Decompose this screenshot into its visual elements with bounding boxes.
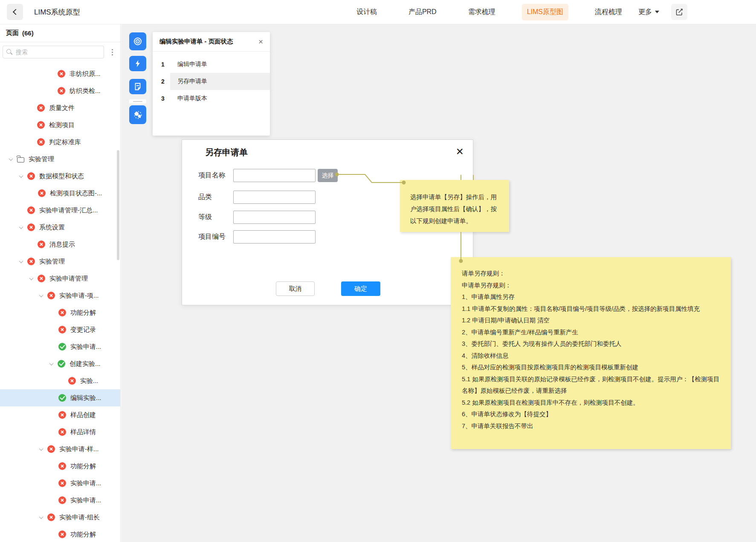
nav-tab[interactable]: 产品PRD [403,4,442,20]
page-states-panel: 编辑实验申请单 - 页面状态 × 1 编辑申请单 2 另存申请单 3 申请单版本 [153,32,270,136]
tree-item[interactable]: 实验... [0,372,120,389]
chevron-down-icon[interactable] [38,448,44,451]
cancel-button[interactable]: 取消 [276,281,315,296]
tree-item-label: 实验... [80,377,98,385]
tree-item[interactable]: 消息提示 [0,236,120,253]
chevron-down-icon[interactable] [18,175,24,178]
tree-item[interactable]: 样品创建 [0,406,120,423]
tree-item[interactable]: 判定标准库 [0,133,120,151]
back-chevron-icon [13,9,19,15]
lightning-icon[interactable] [129,56,146,71]
note-icon[interactable] [129,79,146,94]
tree-item[interactable]: 纺织类检... [0,82,120,99]
tree-item-label: 质量文件 [49,104,75,112]
error-icon [38,241,45,248]
error-icon [37,104,45,112]
chevron-down-icon[interactable] [38,516,44,519]
field-input[interactable] [233,211,316,224]
chevron-down-icon[interactable] [18,226,24,229]
tree-item[interactable]: 实验管理 [0,151,120,168]
tree-item[interactable]: 实验申请管理-汇总... [0,202,120,219]
tree-item[interactable]: 实验管理 [0,253,120,270]
note-text-line: 5.1 如果原检测项目关联的原始记录模板已经作废，则检测项目不创建。提示用户：【… [462,374,720,397]
folder-icon [17,157,24,162]
page-state-number: 3 [161,90,165,107]
error-icon [37,138,45,146]
tree-item[interactable]: 检测项目状态图-... [0,185,120,202]
tree-item-label: 功能分解 [70,309,96,317]
back-button[interactable] [7,4,23,20]
tree-item[interactable]: 检测项目 [0,116,120,133]
annotation-note-rules: 请单另存规则： 申请单另存规则： 1、申请单属性另存 1.1 申请单不复制的属性… [451,257,731,449]
sidebar-menu-button[interactable] [107,46,118,58]
note-text-line: 请单另存规则： [462,268,720,280]
tree-item[interactable]: 实验申请... [0,492,120,509]
tree-item[interactable]: 系统设置 [0,219,120,236]
tree-item[interactable]: 功能分解 [0,458,120,475]
close-icon[interactable]: × [456,145,463,158]
field-label: 项目名称 [198,169,226,182]
chevron-down-icon[interactable] [18,260,24,263]
chevron-down-icon[interactable] [48,362,54,365]
edit-button[interactable] [671,4,687,20]
tree-item[interactable]: 样品详情 [0,423,120,441]
dialog-title: 另存申请单 [205,147,248,158]
field-input[interactable] [233,191,316,204]
tree-item-label: 数据模型和状态 [39,172,84,180]
more-menu-button[interactable]: 更多 [638,8,659,17]
target-icon[interactable] [129,32,146,50]
pages-count: (66) [22,29,34,37]
canvas-toolbar [129,32,146,124]
close-icon[interactable]: × [258,38,263,46]
success-icon [58,394,66,402]
confirm-button[interactable]: 确定 [341,281,380,296]
error-icon [27,172,35,180]
tree-item[interactable]: 质量文件 [0,99,120,116]
note-text-line: 6、申请单状态修改为【待提交】 [462,409,720,420]
sidebar-scrollbar[interactable] [117,150,119,260]
nav-tab[interactable]: 需求梳理 [463,4,501,20]
field-input[interactable] [233,230,316,243]
nav-tab[interactable]: LIMS原型图 [522,4,568,20]
tree-item[interactable]: 变更记录 [0,321,120,338]
tree-item[interactable]: 功能分解 [0,526,120,542]
tree-item-label: 实验申请... [70,479,101,487]
page-state-label: 申请单版本 [177,90,207,107]
nav-tab[interactable]: 设计稿 [351,4,382,20]
page-state-item[interactable]: 2 另存申请单 [153,73,270,90]
tree-item[interactable]: 实验申请-项... [0,287,120,304]
select-button[interactable]: 选择 [318,169,338,182]
field-input[interactable] [233,169,316,182]
error-icon [58,496,66,504]
page-state-item[interactable]: 3 申请单版本 [153,90,270,107]
error-icon [47,445,55,453]
tree-item[interactable]: 实验申请-样... [0,441,120,458]
error-icon [37,121,45,129]
tree-item[interactable]: 数据模型和状态 [0,168,120,185]
chevron-down-icon[interactable] [38,294,44,297]
page-state-item[interactable]: 1 编辑申请单 [153,56,270,73]
tree-item[interactable]: 实验申请... [0,475,120,492]
chevron-down-icon[interactable] [28,277,34,280]
tree-item[interactable]: 编辑实验... [0,389,120,406]
nav-tab[interactable]: 流程梳理 [590,4,627,20]
search-box [3,46,104,58]
tree-item[interactable]: 实验申请-组长 [0,509,120,526]
tree-item[interactable]: 创建实验... [0,355,120,372]
error-icon [68,377,76,385]
tree-item[interactable]: 实验申请管理 [0,270,120,287]
tree-item-label: 消息提示 [49,241,75,249]
chevron-down-icon[interactable] [8,158,14,161]
tree-item[interactable]: 非纺织原... [0,65,120,82]
tree-item[interactable]: 实验申请... [0,338,120,355]
note-text-line: 3、委托部门、委托人 为现有操作人员的委托部门和委托人 [462,338,720,350]
success-icon [58,360,65,368]
tree-item-label: 功能分解 [70,462,96,470]
tree-item[interactable]: 功能分解 [0,304,120,321]
components-icon[interactable] [129,105,146,124]
search-input[interactable] [3,46,104,58]
toolbar-drag-handle[interactable] [129,99,146,104]
tree-item-label: 纺织类检... [70,87,101,95]
tree-item-label: 实验申请-项... [59,292,99,300]
prototype-canvas: 编辑实验申请单 - 页面状态 × 1 编辑申请单 2 另存申请单 3 申请单版本 [121,24,756,542]
